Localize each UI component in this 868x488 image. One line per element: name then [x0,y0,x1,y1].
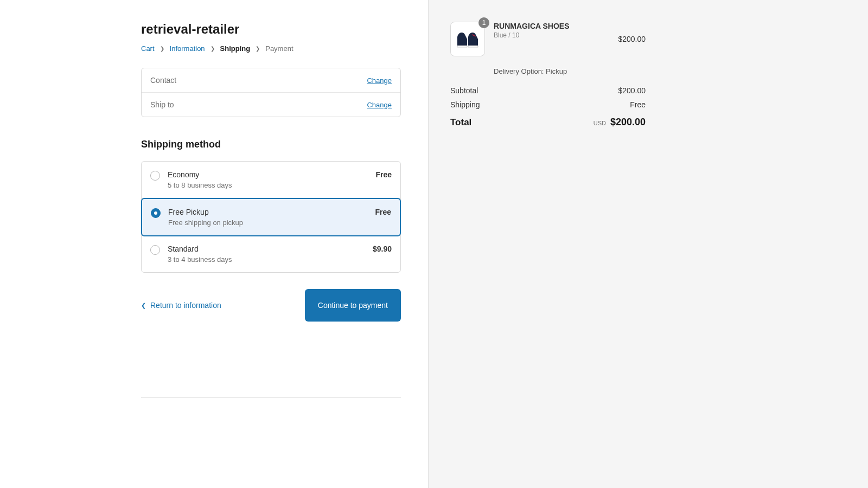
checkout-main-panel: retrieval-retailer Cart ❯ Information ❯ … [0,0,429,488]
contact-label: Contact [150,76,188,85]
shipping-option-name: Economy [168,170,375,179]
shipping-option-desc: Free shipping on pickup [168,219,375,227]
shipping-option-price: Free [375,170,392,179]
shipping-method-heading: Shipping method [141,139,401,150]
currency-code: USD [593,120,606,126]
shipping-label: Shipping [450,100,480,109]
total-value: $200.00 [610,117,646,128]
total-label: Total [450,117,471,128]
shipping-option-price: Free [375,208,391,216]
review-box: Contact Change Ship to Change [141,68,401,117]
chevron-right-icon: ❯ [160,46,164,52]
product-thumbnail: 1 [450,22,485,56]
line-item: 1 RUNMAGICA SHOES Blue / 10 $200.00 [450,22,646,56]
review-shipto-row: Ship to Change [142,93,400,117]
radio-icon [150,245,160,255]
shipping-option-name: Standard [168,245,373,253]
actions-row: ❮ Return to information Continue to paym… [141,289,401,322]
radio-icon [150,171,160,181]
radio-checked-icon [151,208,161,218]
shipping-option-desc: 5 to 8 business days [168,181,375,189]
breadcrumb-information[interactable]: Information [170,44,205,53]
breadcrumb-payment: Payment [265,44,293,53]
quantity-badge: 1 [478,17,489,28]
shipping-option-price: $9.90 [373,245,392,253]
review-contact-row: Contact Change [142,68,400,93]
breadcrumb-shipping: Shipping [220,44,251,53]
shipto-label: Ship to [150,100,188,109]
return-label: Return to information [150,301,221,310]
shipping-option-free-pickup[interactable]: Free Pickup Free shipping on pickup Free [141,198,401,236]
chevron-right-icon: ❯ [210,46,215,52]
footer-divider [141,397,401,398]
total-row: Total USD $200.00 [450,117,646,128]
item-price: $200.00 [618,35,646,43]
return-to-information-link[interactable]: ❮ Return to information [141,301,221,310]
change-contact-link[interactable]: Change [367,76,392,85]
subtotal-row: Subtotal $200.00 [450,86,646,95]
shipping-option-standard[interactable]: Standard 3 to 4 business days $9.90 [142,236,400,272]
continue-to-payment-button[interactable]: Continue to payment [305,289,401,322]
shipping-value: Free [630,100,646,109]
chevron-right-icon: ❯ [256,46,260,52]
shipping-row: Shipping Free [450,100,646,109]
subtotal-value: $200.00 [618,86,646,95]
item-name: RUNMAGICA SHOES [494,22,609,30]
item-variant: Blue / 10 [494,31,609,39]
breadcrumb-cart[interactable]: Cart [141,44,155,53]
shipping-option-name: Free Pickup [168,208,375,216]
subtotal-label: Subtotal [450,86,478,95]
shoe-icon [455,29,480,49]
shipping-option-desc: 3 to 4 business days [168,255,373,264]
store-name: retrieval-retailer [141,22,401,37]
change-shipto-link[interactable]: Change [367,101,392,109]
chevron-left-icon: ❮ [141,302,146,309]
breadcrumb: Cart ❯ Information ❯ Shipping ❯ Payment [141,44,401,53]
shipping-option-economy[interactable]: Economy 5 to 8 business days Free [142,162,400,198]
order-summary-panel: 1 RUNMAGICA SHOES Blue / 10 $200.00 Deli… [429,0,868,488]
delivery-option-text: Delivery Option: Pickup [494,67,646,75]
shipping-options: Economy 5 to 8 business days Free Free P… [141,161,401,273]
